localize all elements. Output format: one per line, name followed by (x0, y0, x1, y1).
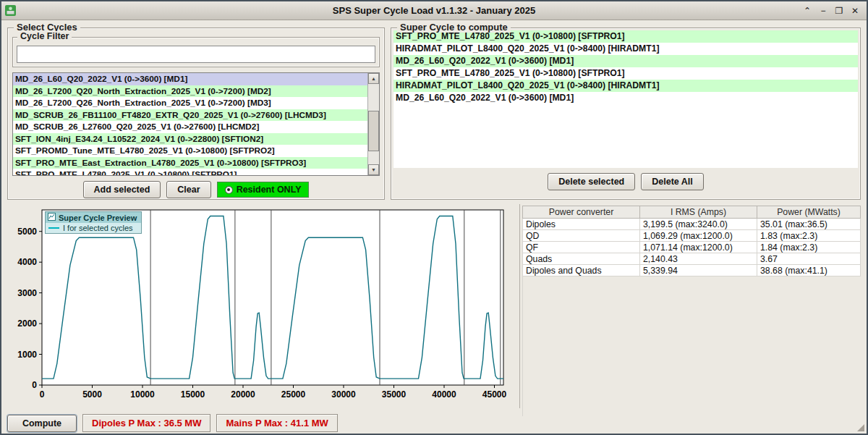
delete-all-button[interactable]: Delete All (641, 173, 704, 190)
cycle-item[interactable]: SFT_PRO_MTE_East_Extraction_L4780_2025_V… (13, 157, 367, 169)
power-table-header-row: Power converterI RMS (Amps)Power (MWatts… (523, 206, 861, 219)
power-table-row[interactable]: Dipoles and Quads5,339.9438.68 (max:41.1… (523, 265, 861, 276)
cycle-item[interactable]: SFT_PROMD_Tune_MTE_L4780_2025_V1 (0->108… (13, 145, 367, 157)
maximize-icon[interactable]: ❐ (832, 4, 846, 18)
power-table-cell: 1,071.14 (max:1200.0) (640, 242, 757, 253)
x-tick-label: 10000 (130, 389, 155, 400)
power-table-row[interactable]: QD1,069.29 (max:1200.0)1.83 (max:2.3) (523, 230, 861, 242)
x-tick-label: 5000 (82, 389, 102, 400)
cycle-item[interactable]: MD_26_L7200_Q26_North_Extraction_2025_V1… (13, 97, 367, 109)
x-tick-label: 35000 (382, 389, 407, 400)
cycle-item[interactable]: MD_26_L60_Q20_2022_V1 (0->3600) [MD1] (393, 55, 858, 67)
power-table-cell: 3,199.5 (max:3240.0) (640, 219, 757, 230)
resident-only-label: Resident ONLY (237, 185, 302, 195)
power-table-cell: QD (523, 230, 640, 242)
power-table-cell: 1.83 (max:2.3) (757, 230, 861, 242)
resize-grip[interactable] (857, 424, 864, 431)
x-tick-label: 20000 (231, 389, 255, 400)
power-table-cell: 38.68 (max:41.1) (757, 265, 861, 276)
y-tick-label: 1000 (17, 350, 37, 360)
cycle-item[interactable]: MD_SCRUB_26_L27600_Q20_2025_V1 (0->27600… (13, 121, 367, 133)
super-cycle-title: Super Cycle to compute (397, 22, 511, 33)
x-tick-label: 40000 (432, 389, 456, 400)
x-tick-label: 25000 (281, 389, 306, 400)
scroll-down-icon[interactable]: ▼ (368, 164, 379, 175)
cycle-item[interactable]: HIRADMAT_PILOT_L8400_Q20_2025_V1 (0->840… (393, 43, 858, 55)
cycle-item[interactable]: MD_26_L60_Q20_2022_V1 (0->3600) [MD1] (393, 92, 858, 104)
resident-only-toggle[interactable]: Resident ONLY (217, 182, 310, 198)
power-table-cell: Quads (523, 253, 640, 265)
cycle-item[interactable]: MD_26_L60_Q20_2022_V1 (0->3600) [MD1] (13, 73, 367, 85)
mains-pmax-label: Mains P Max : 41.1 MW (216, 414, 337, 432)
x-tick-label: 45000 (482, 389, 507, 400)
cycle-item[interactable]: SFT_PRO_MTE_L4780_2025_V1 (0->10800) [SF… (393, 67, 858, 80)
cycle-filter-panel: Cycle Filter (12, 37, 380, 67)
cycle-item[interactable]: MD_26_L7200_Q20_North_Extraction_2025_V1… (13, 85, 367, 98)
cycle-filter-title: Cycle Filter (17, 31, 72, 41)
scroll-up-icon[interactable]: ▲ (368, 73, 379, 84)
power-table-row[interactable]: Quads2,140.433.67 (523, 253, 861, 265)
shade-icon[interactable]: ⌃ (800, 4, 814, 18)
radio-selected-icon (225, 186, 233, 194)
vertical-scrollbar[interactable]: ▲ ▼ (367, 73, 379, 175)
y-tick-label: 4000 (17, 257, 37, 267)
power-table-cell: Dipoles and Quads (523, 265, 640, 276)
window-controls: ⌃ − ❐ ✕ (800, 4, 867, 18)
dipoles-pmax-label: Dipoles P Max : 36.5 MW (82, 414, 210, 432)
cycle-item[interactable]: SFT_PRO_MTE_L4780_2025_V1 (0->10800) [SF… (13, 169, 367, 175)
cycle-item[interactable]: HIRADMAT_PILOT_L8400_Q20_2025_V1 (0->840… (393, 80, 858, 92)
power-table-cell: 5,339.94 (640, 265, 757, 276)
cycle-preview-chart-panel: Super Cycle Preview I for selected cycle… (7, 204, 515, 408)
y-tick-label: 5000 (17, 227, 37, 237)
select-cycles-panel: Select Cycles Cycle Filter MD_26_L60_Q20… (7, 28, 385, 200)
window-title: SPS Super Cycle Load v1.1.32 - January 2… (1, 5, 867, 16)
y-tick-label: 3000 (17, 288, 37, 298)
power-table-cell: QF (523, 242, 640, 253)
app-window: SPS Super Cycle Load v1.1.32 - January 2… (0, 0, 868, 435)
power-table-cell: 1,069.29 (max:1200.0) (640, 230, 757, 242)
title-bar[interactable]: SPS Super Cycle Load v1.1.32 - January 2… (1, 1, 867, 20)
app-icon (5, 5, 16, 16)
power-table-cell: 3.67 (757, 253, 861, 265)
power-table-header[interactable]: Power (MWatts) (757, 206, 861, 219)
power-table-cell: 1.84 (max:2.3) (757, 242, 861, 253)
power-table-header[interactable]: I RMS (Amps) (640, 206, 757, 219)
close-icon[interactable]: ✕ (848, 4, 862, 18)
power-table-cell: Dipoles (523, 219, 640, 230)
compute-button[interactable]: Compute (7, 415, 77, 432)
power-table[interactable]: Power converterI RMS (Amps)Power (MWatts… (522, 206, 861, 276)
cycle-filter-input[interactable] (17, 46, 375, 63)
delete-selected-button[interactable]: Delete selected (548, 173, 635, 190)
power-table-header[interactable]: Power converter (523, 206, 640, 219)
legend-title: Super Cycle Preview (59, 214, 137, 222)
power-table-panel: Power converterI RMS (Amps)Power (MWatts… (519, 204, 861, 408)
cycle-list-scrollpane: MD_26_L60_Q20_2022_V1 (0->3600) [MD1]MD_… (12, 72, 380, 176)
x-tick-label: 30000 (331, 389, 356, 400)
cycle-list: MD_26_L60_Q20_2022_V1 (0->3600) [MD1]MD_… (13, 73, 367, 175)
add-selected-button[interactable]: Add selected (83, 181, 161, 198)
cycle-item[interactable]: SFT_ION_4inj_E34.24_L10522_2024_V1 (0->2… (13, 133, 367, 145)
footer-bar: Compute Dipoles P Max : 36.5 MW Mains P … (7, 413, 861, 433)
legend-series-label: I for selected cycles (63, 224, 133, 232)
power-table-row[interactable]: Dipoles3,199.5 (max:3240.0)35.01 (max:36… (523, 219, 861, 230)
x-tick-label: 15000 (181, 389, 205, 400)
power-table-row[interactable]: QF1,071.14 (max:1200.0)1.84 (max:2.3) (523, 242, 861, 253)
y-tick-label: 0 (32, 380, 37, 390)
legend-chart-icon (48, 213, 56, 222)
chart-legend[interactable]: Super Cycle Preview I for selected cycle… (45, 211, 142, 234)
x-tick-label: 0 (40, 389, 45, 400)
clear-button[interactable]: Clear (166, 181, 210, 198)
table-empty-area (522, 276, 861, 416)
super-cycle-list: SFT_PRO_MTE_L4780_2025_V1 (0->10800) [SF… (393, 30, 858, 168)
legend-line-sample (48, 227, 59, 229)
power-table-cell: 2,140.43 (640, 253, 757, 265)
y-tick-label: 2000 (17, 318, 37, 329)
cycle-item[interactable]: MD_SCRUB_26_FB11100_FT4820_EXTR_Q20_2025… (13, 109, 367, 122)
main-content: Select Cycles Cycle Filter MD_26_L60_Q20… (1, 28, 867, 433)
power-table-cell: 35.01 (max:36.5) (757, 219, 861, 230)
cycle-preview-chart: 0100020003000400050000500010000150002000… (7, 204, 514, 405)
super-cycle-panel: Super Cycle to compute SFT_PRO_MTE_L4780… (391, 28, 861, 200)
minimize-icon[interactable]: − (816, 4, 830, 18)
scrollbar-thumb[interactable] (368, 111, 379, 151)
